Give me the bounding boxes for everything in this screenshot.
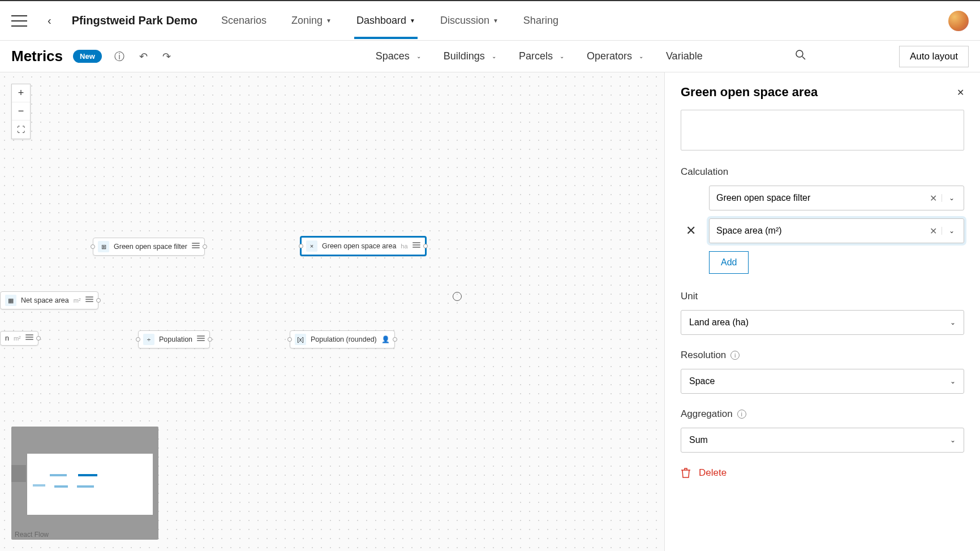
unit-label: Unit: [681, 291, 964, 302]
calc-operator-multiply[interactable]: ✕: [681, 223, 701, 238]
node-label: n: [5, 334, 9, 342]
node-partial[interactable]: n m²: [0, 331, 38, 346]
category-spaces[interactable]: Spaces⌄: [376, 50, 421, 62]
node-port[interactable]: [96, 298, 101, 303]
info-icon[interactable]: ⓘ: [112, 48, 127, 66]
menu-icon[interactable]: [11, 15, 27, 27]
chevron-down-icon: ▼: [410, 18, 415, 24]
round-icon: [x]: [295, 334, 306, 345]
chevron-down-icon[interactable]: ⌄: [942, 227, 957, 235]
select-value: Sum: [689, 435, 708, 445]
top-bar: ‹ Pfingstweid Park Demo Scenarios Zoning…: [0, 0, 980, 41]
toolbar-categories: Spaces⌄ Buildings⌄ Parcels⌄ Operators⌄ V…: [376, 50, 703, 62]
description-input[interactable]: [681, 110, 964, 150]
delete-label: Delete: [699, 467, 727, 479]
nav-dashboard[interactable]: Dashboard▼: [354, 2, 418, 39]
nav-zoning[interactable]: Zoning▼: [289, 2, 334, 39]
delete-button[interactable]: Delete: [681, 467, 964, 479]
zoom-in-button[interactable]: +: [12, 84, 30, 102]
clear-icon[interactable]: ✕: [925, 226, 942, 236]
divide-icon: ÷: [143, 334, 154, 345]
chevron-down-icon: ⌄: [950, 377, 956, 385]
undo-icon[interactable]: ↶: [137, 48, 150, 65]
nav-discussion[interactable]: Discussion▼: [438, 2, 501, 39]
auto-layout-button[interactable]: Auto layout: [899, 46, 969, 67]
minimap[interactable]: React Flow: [11, 427, 158, 540]
select-value: Land area (ha): [689, 317, 749, 328]
add-button[interactable]: Add: [709, 251, 749, 274]
node-green-open-space-filter[interactable]: ⊞ Green open space filter: [93, 238, 205, 256]
node-port[interactable]: [393, 337, 397, 342]
svg-point-0: [796, 50, 803, 57]
fit-view-button[interactable]: ⛶: [12, 120, 30, 139]
node-port[interactable]: [36, 336, 41, 341]
multiply-icon: ×: [306, 240, 317, 252]
zoom-out-button[interactable]: −: [12, 102, 30, 120]
close-icon[interactable]: ✕: [957, 87, 964, 98]
node-label: Green open space area: [322, 242, 396, 250]
aggregation-select[interactable]: Sum ⌄: [681, 428, 964, 453]
chevron-down-icon: ▼: [493, 18, 498, 24]
node-population-rounded[interactable]: [x] Population (rounded) 👤: [290, 330, 395, 348]
stack-icon: [412, 242, 420, 250]
resolution-label: Resolution i: [681, 350, 964, 361]
chevron-down-icon: ⌄: [492, 53, 496, 59]
combo-value: Green open space filter: [716, 193, 810, 203]
stack-icon: [25, 334, 33, 342]
search-icon[interactable]: [793, 47, 809, 66]
node-port[interactable]: [136, 337, 140, 342]
person-icon: 👤: [381, 335, 390, 343]
stack-icon: [85, 296, 93, 304]
select-value: Space: [689, 376, 715, 386]
node-label: Net space area: [21, 296, 69, 304]
node-label: Green open space filter: [114, 243, 187, 251]
node-unit: ha: [401, 243, 407, 249]
node-label: Population (rounded): [311, 335, 377, 343]
attribution-label: React Flow: [15, 531, 49, 539]
minimap-viewport: [27, 454, 153, 515]
node-port[interactable]: [208, 337, 212, 342]
stack-icon: [192, 243, 200, 251]
node-unit: m²: [14, 335, 21, 342]
page-title: Metrics: [11, 48, 63, 65]
node-population[interactable]: ÷ Population: [138, 330, 210, 348]
node-port[interactable]: [91, 244, 95, 249]
calc-input-2[interactable]: Space area (m²) ✕ ⌄: [709, 218, 964, 243]
avatar[interactable]: [948, 11, 969, 31]
nav-sharing[interactable]: Sharing: [521, 2, 561, 39]
category-operators[interactable]: Operators⌄: [587, 50, 643, 62]
nav-scenarios[interactable]: Scenarios: [219, 2, 269, 39]
resolution-select[interactable]: Space ⌄: [681, 369, 964, 394]
info-icon[interactable]: i: [730, 351, 740, 360]
category-variable[interactable]: Variable: [666, 50, 703, 62]
node-port[interactable]: [203, 244, 207, 249]
node-label: Population: [159, 335, 192, 343]
calc-input-1[interactable]: Green open space filter ✕ ⌄: [709, 186, 964, 210]
unit-select[interactable]: Land area (ha) ⌄: [681, 310, 964, 335]
new-badge: New: [73, 50, 102, 63]
aggregation-label: Aggregation i: [681, 408, 964, 420]
chevron-down-icon: ⌄: [950, 318, 956, 326]
redo-icon[interactable]: ↷: [160, 48, 173, 65]
info-icon[interactable]: i: [737, 410, 746, 419]
node-unit: m²: [74, 297, 81, 304]
node-net-space-area[interactable]: ▦ Net space area m²: [0, 291, 98, 309]
category-parcels[interactable]: Parcels⌄: [519, 50, 564, 62]
chevron-down-icon: ⌄: [416, 53, 421, 59]
chevron-down-icon: ⌄: [950, 436, 956, 444]
grid-icon: ▦: [5, 295, 16, 306]
filter-icon: ⊞: [98, 241, 109, 252]
node-green-open-space-area[interactable]: × Green open space area ha: [300, 236, 427, 256]
node-port[interactable]: [423, 244, 428, 248]
project-name: Pfingstweid Park Demo: [72, 14, 197, 27]
node-port[interactable]: [299, 244, 303, 248]
svg-line-1: [802, 57, 805, 59]
node-port[interactable]: [287, 337, 292, 342]
clear-icon[interactable]: ✕: [925, 193, 942, 204]
calculation-label: Calculation: [681, 166, 964, 178]
category-buildings[interactable]: Buildings⌄: [444, 50, 496, 62]
chevron-down-icon[interactable]: ⌄: [942, 194, 957, 202]
chevron-down-icon: ▼: [326, 18, 332, 24]
stack-icon: [197, 335, 205, 343]
back-button[interactable]: ‹: [43, 14, 56, 27]
